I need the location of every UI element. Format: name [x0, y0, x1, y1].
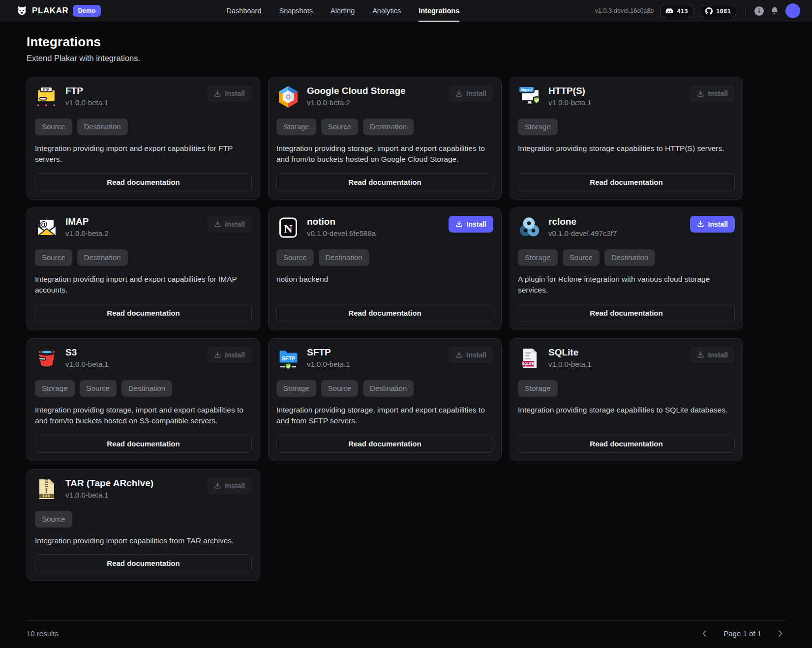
tags-row: Storage	[518, 380, 735, 397]
tags-row: Source	[35, 511, 252, 528]
download-icon	[214, 220, 221, 228]
download-icon	[214, 482, 221, 489]
bell-icon[interactable]	[770, 6, 779, 15]
tag-storage: Storage	[276, 380, 316, 397]
integration-description: notion backend	[276, 274, 493, 296]
demo-badge: Demo	[73, 5, 100, 17]
svg-text:SFTP: SFTP	[282, 355, 295, 361]
integration-description: Integration providing storage capabiliti…	[518, 143, 735, 165]
tab-analytics[interactable]: Analytics	[372, 0, 401, 22]
tab-integrations[interactable]: Integrations	[419, 0, 459, 22]
read-documentation-button[interactable]: Read documentation	[35, 304, 252, 322]
main-content: Integrations Extend Plakar with integrat…	[0, 22, 812, 620]
tag-source: Source	[321, 118, 359, 135]
brand[interactable]: PLAKAR Demo	[16, 5, 101, 17]
integration-name: notion	[307, 216, 442, 227]
pagination: Page 1 of 1	[699, 628, 785, 639]
read-documentation-button[interactable]: Read documentation	[518, 304, 735, 322]
integration-version: v1.0.0-beta.1	[548, 360, 683, 368]
install-button[interactable]: Install	[449, 216, 493, 233]
integration-version: v1.0.0-beta.1	[548, 98, 683, 107]
sftp-icon: SFTP	[276, 347, 300, 370]
read-documentation-button[interactable]: Read documentation	[35, 435, 252, 453]
read-documentation-button[interactable]: Read documentation	[35, 173, 252, 191]
discord-badge[interactable]: 413	[660, 5, 693, 17]
install-button[interactable]: Install	[690, 347, 735, 363]
download-icon	[214, 90, 221, 97]
tags-row: StorageSourceDestination	[518, 249, 735, 266]
install-button[interactable]: Install	[207, 85, 252, 102]
github-badge[interactable]: 1081	[700, 5, 736, 17]
avatar[interactable]	[785, 3, 800, 18]
integration-card: S3 v1.0.0-beta.1 Install StorageSourceDe…	[27, 338, 260, 461]
tag-source: Source	[80, 380, 117, 397]
card-header: https:// HTTP(S) v1.0.0-beta.1 Install	[518, 85, 735, 109]
google-cloud-storage-icon	[276, 85, 300, 109]
svg-text:FTP: FTP	[43, 88, 50, 91]
integration-name: rclone	[548, 216, 683, 227]
integration-version: v1.0.0-beta.1	[65, 360, 200, 368]
integration-name: SFTP	[307, 347, 442, 358]
card-header: Google Cloud Storage v1.0.0-beta.2 Insta…	[276, 85, 493, 109]
card-title-block: S3 v1.0.0-beta.1	[65, 347, 200, 368]
chevron-right-icon[interactable]	[775, 628, 785, 639]
results-count: 10 results	[27, 629, 59, 638]
card-header: rclone v0.1.0-devel.497c3f7 Install	[518, 216, 735, 239]
info-icon[interactable]: i	[754, 6, 764, 16]
install-label: Install	[225, 351, 245, 359]
integration-name: Google Cloud Storage	[307, 86, 442, 96]
nav-divider	[745, 5, 746, 16]
card-title-block: SQLite v1.0.0-beta.1	[548, 347, 683, 368]
card-header: S3 v1.0.0-beta.1 Install	[35, 347, 252, 370]
download-icon	[455, 351, 463, 358]
integration-description: Integration providing import capabilitie…	[35, 535, 252, 546]
install-label: Install	[467, 351, 486, 359]
tag-source: Source	[35, 511, 72, 528]
ftp-icon: FTP	[35, 85, 59, 109]
integration-card: FTP FTP v1.0.0-beta.1 Install SourceDest…	[27, 77, 260, 200]
install-button[interactable]: Install	[207, 347, 252, 363]
card-header: TAR TAR (Tape ARchive) v1.0.0-beta.1 Ins…	[35, 477, 252, 501]
card-title-block: TAR (Tape ARchive) v1.0.0-beta.1	[65, 477, 200, 499]
install-label: Install	[708, 220, 728, 228]
download-icon	[214, 351, 221, 358]
tags-row: SourceDestination	[276, 249, 493, 266]
chevron-left-icon[interactable]	[699, 628, 710, 639]
integration-name: HTTP(S)	[548, 86, 683, 96]
tag-destination: Destination	[121, 380, 172, 397]
read-documentation-button[interactable]: Read documentation	[518, 435, 735, 453]
install-label: Install	[225, 220, 245, 228]
integration-card: N notion v0.1.0-devel.6fe588a Install So…	[268, 207, 502, 330]
read-documentation-button[interactable]: Read documentation	[276, 435, 493, 453]
integration-version: v1.0.0-beta.2	[65, 229, 200, 237]
tag-destination: Destination	[363, 118, 414, 135]
tag-destination: Destination	[77, 249, 128, 266]
install-button[interactable]: Install	[690, 85, 735, 102]
card-header: @ IMAP v1.0.0-beta.2 Install	[35, 216, 252, 239]
integration-description: Integration providing storage, import an…	[35, 405, 252, 427]
integration-card: @ IMAP v1.0.0-beta.2 Install SourceDesti…	[27, 207, 260, 330]
download-icon	[697, 90, 704, 97]
sqlite-icon: SQLITE	[518, 347, 541, 370]
read-documentation-button[interactable]: Read documentation	[276, 304, 493, 322]
card-title-block: Google Cloud Storage v1.0.0-beta.2	[307, 85, 442, 107]
read-documentation-button[interactable]: Read documentation	[276, 173, 493, 191]
install-label: Install	[225, 482, 245, 490]
install-button[interactable]: Install	[207, 477, 252, 494]
install-button[interactable]: Install	[207, 216, 252, 233]
tab-alerting[interactable]: Alerting	[331, 0, 355, 22]
install-label: Install	[467, 89, 486, 97]
install-button[interactable]: Install	[449, 85, 493, 102]
imap-icon: @	[35, 216, 59, 239]
card-header: FTP FTP v1.0.0-beta.1 Install	[35, 85, 252, 109]
svg-text:TAR: TAR	[43, 494, 51, 498]
tab-dashboard[interactable]: Dashboard	[227, 0, 262, 22]
read-documentation-button[interactable]: Read documentation	[518, 173, 735, 191]
tags-row: StorageSourceDestination	[276, 380, 493, 397]
card-title-block: rclone v0.1.0-devel.497c3f7	[548, 216, 683, 237]
install-button[interactable]: Install	[690, 216, 735, 233]
tab-snapshots[interactable]: Snapshots	[279, 0, 313, 22]
tag-source: Source	[321, 380, 359, 397]
install-button[interactable]: Install	[449, 347, 493, 363]
read-documentation-button[interactable]: Read documentation	[35, 554, 252, 572]
